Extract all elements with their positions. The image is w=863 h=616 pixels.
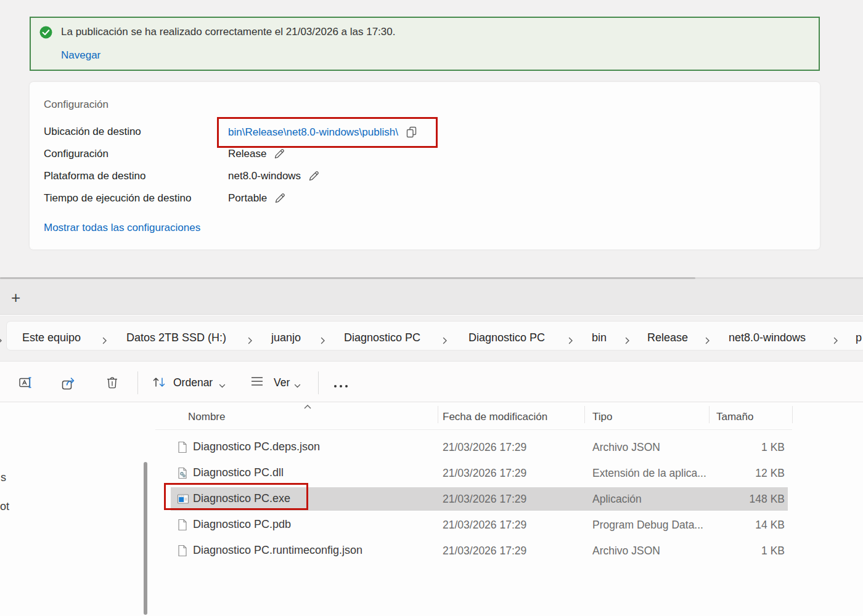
file-size: 148 KB xyxy=(750,493,785,506)
config-section-title: Configuración xyxy=(44,99,108,111)
dll-file-icon xyxy=(177,467,188,482)
show-all-configurations-link[interactable]: Mostrar todas las configuraciones xyxy=(44,222,200,234)
explorer-tab-bar: + xyxy=(0,279,863,315)
column-header-size[interactable]: Tamaño xyxy=(716,411,753,423)
breadcrumb-chevron-icon[interactable] xyxy=(102,336,107,347)
pencil-icon[interactable] xyxy=(273,148,285,160)
config-row-value-text[interactable]: bin\Release\net8.0-windows\publish\ xyxy=(228,126,398,139)
new-tab-button[interactable]: + xyxy=(11,290,20,306)
explorer-command-bar: OrdenarVer xyxy=(0,361,863,402)
breadcrumb-chevron-icon[interactable] xyxy=(0,336,2,347)
column-header-type[interactable]: Tipo xyxy=(592,411,612,423)
file-row[interactable]: Diagnostico PC.runtimeconfig.json21/03/2… xyxy=(155,538,863,564)
file-type: Aplicación xyxy=(592,493,642,506)
file-type: Archivo JSON xyxy=(592,545,660,557)
file-list: Nombre Fecha de modificación Tipo Tamaño… xyxy=(155,402,863,616)
breadcrumb-item[interactable]: Release xyxy=(647,331,688,344)
breadcrumb-item[interactable]: Datos 2TB SSD (H:) xyxy=(126,331,226,344)
file-type: Program Debug Data... xyxy=(592,519,703,532)
chevron-down-icon[interactable] xyxy=(219,380,226,391)
file-date: 21/03/2026 17:29 xyxy=(443,545,526,557)
nav-pane-item-truncated[interactable]: ot xyxy=(0,500,9,513)
copy-icon[interactable] xyxy=(405,126,418,139)
file-type: Extensión de la aplica... xyxy=(592,467,706,480)
column-header-name[interactable]: Nombre xyxy=(188,411,225,423)
view-button-label[interactable]: Ver xyxy=(274,376,290,389)
file-name: Diagnostico PC.exe xyxy=(193,492,290,505)
pencil-icon[interactable] xyxy=(274,192,286,205)
breadcrumb-item[interactable]: Diagnostico PC xyxy=(468,331,545,344)
nav-pane-item-truncated[interactable]: s xyxy=(1,471,6,484)
explorer-content: sot Nombre Fecha de modificación Tipo Ta… xyxy=(0,402,863,616)
breadcrumb-chevron-icon[interactable] xyxy=(248,336,253,347)
breadcrumb-chevron-icon[interactable] xyxy=(568,336,573,347)
column-separator[interactable] xyxy=(792,406,793,423)
rename-icon[interactable] xyxy=(19,376,33,392)
file-icon xyxy=(177,545,188,559)
file-name: Diagnostico PC.deps.json xyxy=(193,440,320,453)
file-name: Diagnostico PC.runtimeconfig.json xyxy=(193,544,362,557)
config-row-label: Configuración xyxy=(44,148,108,160)
file-date: 21/03/2026 17:29 xyxy=(443,519,526,532)
sort-ascending-caret-icon xyxy=(303,404,312,410)
file-size: 12 KB xyxy=(755,467,785,480)
file-row[interactable]: Diagnostico PC.deps.json21/03/2026 17:29… xyxy=(155,434,863,460)
publish-target-path-link[interactable]: bin\Release\net8.0-windows\publish\ xyxy=(228,126,418,139)
config-row-value[interactable]: Release xyxy=(228,148,285,160)
success-check-icon xyxy=(39,26,52,39)
sort-button-label[interactable]: Ordenar xyxy=(173,376,213,389)
config-row-value-text: Release xyxy=(228,148,266,160)
config-row-label: Plataforma de destino xyxy=(44,170,145,182)
column-separator[interactable] xyxy=(438,406,438,423)
file-date: 21/03/2026 17:29 xyxy=(443,467,526,480)
explorer-address-bar: Este equipoDatos 2TB SSD (H:)juanjoDiagn… xyxy=(0,315,863,361)
publish-config-panel: Configuración Ubicación de destinobin\Re… xyxy=(30,82,820,249)
nav-pane-scrollbar[interactable] xyxy=(144,462,147,615)
breadcrumb-item[interactable]: bin xyxy=(592,331,607,344)
publish-success-message: La publicación se ha realizado correctam… xyxy=(61,25,395,39)
toolbar-separator xyxy=(137,371,138,394)
column-separator[interactable] xyxy=(584,406,585,423)
file-icon xyxy=(177,519,188,533)
publish-success-banner: La publicación se ha realizado correctam… xyxy=(30,17,820,71)
exe-file-icon xyxy=(177,493,189,508)
breadcrumb-chevron-icon[interactable] xyxy=(443,336,448,347)
config-row-value-text: Portable xyxy=(228,192,267,205)
breadcrumb-item[interactable]: Diagnostico PC xyxy=(344,331,420,344)
file-type: Archivo JSON xyxy=(592,441,660,454)
share-icon[interactable] xyxy=(61,376,77,393)
chevron-down-icon[interactable] xyxy=(294,380,301,391)
breadcrumb-item[interactable]: p xyxy=(856,331,862,344)
file-icon xyxy=(177,441,188,456)
file-date: 21/03/2026 17:29 xyxy=(443,441,526,454)
view-icon[interactable] xyxy=(250,376,264,389)
file-row[interactable]: Diagnostico PC.exe21/03/2026 17:29Aplica… xyxy=(155,486,863,512)
more-options-icon[interactable] xyxy=(332,380,350,391)
config-row-value[interactable]: Portable xyxy=(228,192,286,205)
file-size: 1 KB xyxy=(761,545,785,557)
toolbar-separator xyxy=(318,371,319,394)
breadcrumb-chevron-icon[interactable] xyxy=(705,336,710,347)
breadcrumb-item[interactable]: juanjo xyxy=(271,331,301,344)
breadcrumb-chevron-icon[interactable] xyxy=(321,336,325,347)
file-date: 21/03/2026 17:29 xyxy=(443,493,526,506)
breadcrumb-chevron-icon[interactable] xyxy=(833,336,838,347)
pencil-icon[interactable] xyxy=(308,170,320,182)
file-row[interactable]: Diagnostico PC.pdb21/03/2026 17:29Progra… xyxy=(155,512,863,538)
file-name: Diagnostico PC.dll xyxy=(193,466,284,479)
column-separator[interactable] xyxy=(709,406,710,423)
breadcrumb-item[interactable]: net8.0-windows xyxy=(729,331,806,344)
navigate-link[interactable]: Navegar xyxy=(61,49,100,62)
breadcrumb-item[interactable]: Este equipo xyxy=(22,331,81,344)
header-underline xyxy=(155,429,792,430)
config-row-value[interactable]: net8.0-windows xyxy=(228,170,320,182)
file-name: Diagnostico PC.pdb xyxy=(193,518,291,531)
sort-icon[interactable] xyxy=(152,376,167,391)
file-row[interactable]: Diagnostico PC.dll21/03/2026 17:29Extens… xyxy=(155,460,863,486)
delete-icon[interactable] xyxy=(105,376,119,392)
column-header-date[interactable]: Fecha de modificación xyxy=(443,411,547,423)
breadcrumb-chevron-icon[interactable] xyxy=(625,336,630,347)
config-row-label: Tiempo de ejecución de destino xyxy=(44,192,191,205)
config-row-value-text: net8.0-windows xyxy=(228,170,301,182)
vs-publish-pane: La publicación se ha realizado correctam… xyxy=(0,0,863,278)
